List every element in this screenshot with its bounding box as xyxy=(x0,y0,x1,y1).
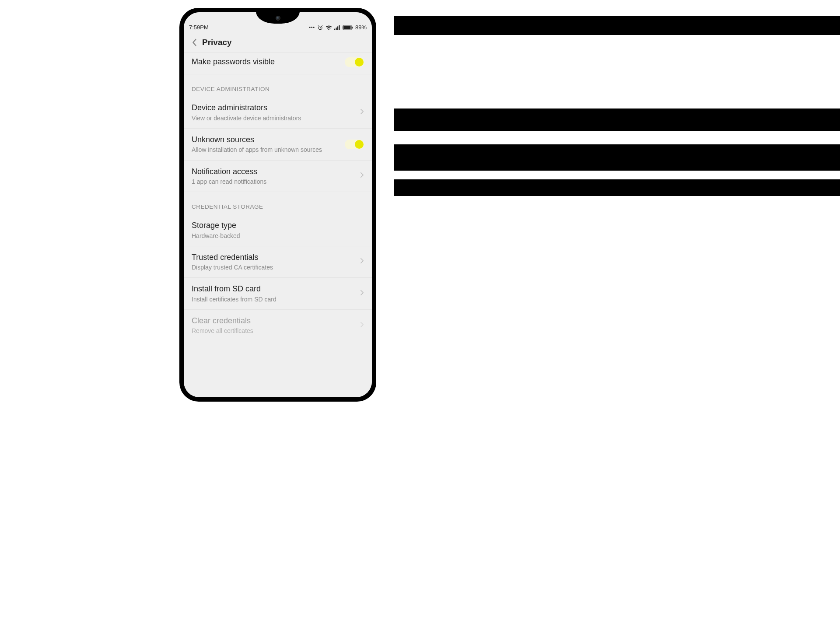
setting-title: Install from SD card xyxy=(192,284,357,294)
svg-rect-4 xyxy=(339,25,340,30)
setting-subtitle: Hardware-backed xyxy=(192,232,364,240)
more-icon: ••• xyxy=(309,25,315,30)
setting-subtitle: Allow installation of apps from unknown … xyxy=(192,146,345,154)
setting-title: Unknown sources xyxy=(192,135,345,145)
setting-title: Device administrators xyxy=(192,103,357,113)
setting-subtitle: Display trusted CA certificates xyxy=(192,263,357,271)
setting-title: Make passwords visible xyxy=(192,57,345,67)
chevron-right-icon xyxy=(360,172,364,180)
toggle-unknown-sources[interactable] xyxy=(345,140,364,149)
wifi-icon xyxy=(326,25,332,30)
setting-unknown-sources[interactable]: Unknown sources Allow installation of ap… xyxy=(184,129,372,161)
phone-screen: 7:59PM ••• 89% xyxy=(184,12,372,397)
svg-rect-1 xyxy=(334,28,335,30)
setting-install-from-sd[interactable]: Install from SD card Install certificate… xyxy=(184,278,372,310)
toggle-knob xyxy=(355,140,364,149)
setting-title: Notification access xyxy=(192,167,357,177)
battery-percent: 89% xyxy=(355,24,367,31)
chevron-right-icon xyxy=(360,290,364,298)
battery-icon xyxy=(343,25,353,30)
front-camera xyxy=(276,16,280,21)
chevron-right-icon xyxy=(360,258,364,266)
chevron-right-icon xyxy=(360,108,364,116)
svg-rect-3 xyxy=(337,26,338,30)
toggle-passwords-visible[interactable] xyxy=(345,57,364,67)
section-header-device-admin: DEVICE ADMINISTRATION xyxy=(184,74,372,97)
setting-notification-access[interactable]: Notification access 1 app can read notif… xyxy=(184,161,372,192)
setting-title: Trusted credentials xyxy=(192,252,357,262)
toggle-knob xyxy=(355,58,364,66)
setting-subtitle: View or deactivate device administrators xyxy=(192,114,357,122)
back-button[interactable] xyxy=(188,36,200,49)
svg-rect-7 xyxy=(352,26,353,28)
alarm-icon xyxy=(317,24,323,31)
setting-trusted-credentials[interactable]: Trusted credentials Display trusted CA c… xyxy=(184,246,372,278)
status-icons: ••• 89% xyxy=(309,24,367,31)
setting-title: Clear credentials xyxy=(192,316,357,326)
svg-rect-6 xyxy=(343,26,351,29)
header-bar: Privacy xyxy=(184,32,372,52)
setting-clear-credentials[interactable]: Clear credentials Remove all certificate… xyxy=(184,310,372,341)
chevron-right-icon xyxy=(360,322,364,329)
setting-subtitle: 1 app can read notifications xyxy=(192,178,357,186)
signal-icon xyxy=(334,25,340,30)
setting-subtitle: Install certificates from SD card xyxy=(192,295,357,303)
setting-title: Storage type xyxy=(192,220,364,231)
section-header-credential-storage: CREDENTIAL STORAGE xyxy=(184,192,372,214)
page-title: Privacy xyxy=(202,38,232,47)
svg-rect-2 xyxy=(336,28,336,30)
setting-storage-type[interactable]: Storage type Hardware-backed xyxy=(184,214,372,246)
setting-device-administrators[interactable]: Device administrators View or deactivate… xyxy=(184,97,372,129)
settings-content: Make passwords visible DEVICE ADMINISTRA… xyxy=(184,52,372,397)
setting-make-passwords-visible[interactable]: Make passwords visible xyxy=(184,52,372,74)
decorative-bars xyxy=(381,0,840,630)
phone-frame: 7:59PM ••• 89% xyxy=(179,8,376,402)
setting-subtitle: Remove all certificates xyxy=(192,327,357,335)
status-time: 7:59PM xyxy=(189,24,209,31)
